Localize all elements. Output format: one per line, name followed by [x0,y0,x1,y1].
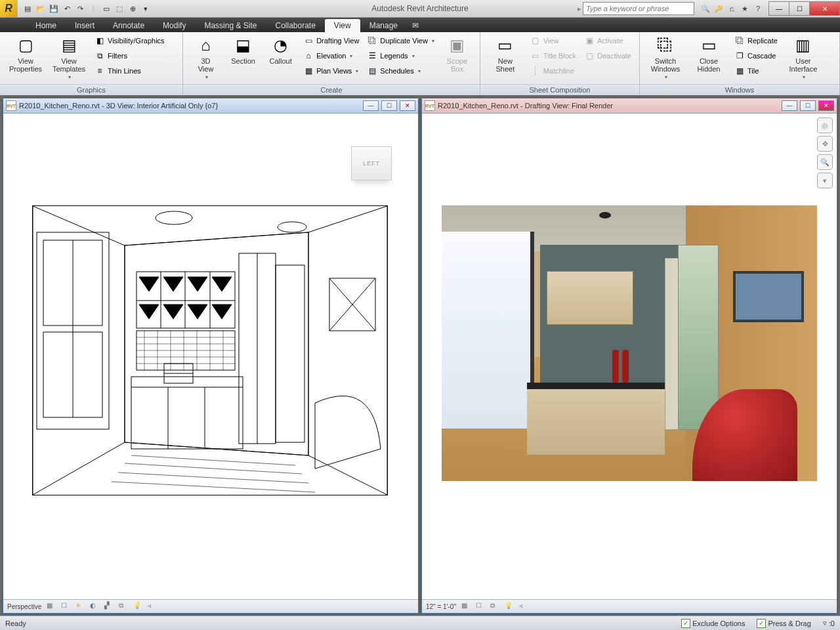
app-title: Autodesk Revit Architecture [371,4,468,13]
filters-icon: ⧉ [94,51,105,61]
maximize-button[interactable]: ☐ [789,1,810,16]
child-title-text-left: R2010_Kitchen_Reno.rvt - 3D View: Interi… [19,102,218,110]
app-logo[interactable]: R [0,0,18,17]
qat-new-icon[interactable]: ▤ [22,3,33,14]
visibility-graphics-button[interactable]: ◧Visibility/Graphics [92,33,167,48]
qat-sync-icon[interactable]: ⊕ [127,3,138,14]
viewport-render[interactable]: ◎ ✥ 🔍 ▾ [422,114,837,599]
steering-wheel-icon[interactable]: ◎ [817,117,833,133]
user-interface-button[interactable]: ▥User Interface [783,33,824,81]
child-min-right[interactable]: — [782,100,797,111]
visibility-icon: ◧ [94,35,105,46]
detail-icon[interactable]: ▦ [461,602,471,611]
minimize-button[interactable]: — [768,1,789,16]
help-icon[interactable]: ? [752,3,764,14]
3d-view-button[interactable]: ⌂3D View [188,33,223,81]
qat-undo-icon[interactable]: ↶ [61,3,73,14]
switch-windows-button[interactable]: ⿻Switch Windows [645,33,686,81]
nav-more-icon[interactable]: ▾ [817,173,833,188]
sun-icon[interactable]: ☀ [75,602,85,611]
thin-lines-button[interactable]: ≡Thin Lines [92,64,167,78]
view-properties-button[interactable]: ▢ View Properties [5,33,46,74]
view-templates-button[interactable]: ▤ View Templates [49,33,89,81]
cascade-button[interactable]: ❐Cascade [732,49,780,63]
replicate-icon: ⿻ [734,35,745,46]
callout-button[interactable]: ◔Callout [263,33,298,66]
pan-icon[interactable]: ✥ [817,136,833,152]
crop-icon[interactable]: ⧉ [490,602,499,611]
model-icon[interactable]: ☐ [61,602,70,611]
qat-save-icon[interactable]: 💾 [48,3,60,14]
plan-views-button[interactable]: ▦Plan Views [301,64,362,78]
child-min-left[interactable]: — [363,100,379,111]
ui-icon: ▥ [793,35,814,56]
section-button[interactable]: ⬓Section [226,33,261,66]
elevation-button[interactable]: ⌂Elevation [301,49,362,63]
status-text: Ready [5,620,26,627]
replicate-button[interactable]: ⿻Replicate [732,33,780,48]
rendered-image [442,205,817,481]
comm-icon[interactable]: ⎌ [726,3,738,14]
qat-redo-icon[interactable]: ↷ [74,3,86,14]
qat-pointer-icon[interactable]: ▭ [100,3,112,14]
scope-icon: ▣ [446,35,467,56]
tab-insert[interactable]: Insert [66,19,104,32]
model-icon[interactable]: ☐ [476,602,485,611]
hide-icon[interactable]: 💡 [505,602,514,611]
infocenter-arrow-icon[interactable]: ▸ [578,5,581,13]
deactivate-icon: ▢ [584,51,595,61]
tab-massing[interactable]: Massing & Site [195,19,266,32]
tab-home[interactable]: Home [26,19,66,32]
tab-manage[interactable]: Manage [360,19,407,32]
plan-icon: ▦ [303,66,314,76]
reveal-icon[interactable]: ◃ [519,602,528,611]
legends-button[interactable]: ☰Legends [364,49,437,63]
tab-view[interactable]: View [325,19,360,32]
child-max-left[interactable]: ☐ [381,100,397,111]
favorite-icon[interactable]: ★ [739,3,751,14]
panel-title-create: Create [183,84,480,95]
view-icon: ▢ [530,35,541,46]
crop-icon[interactable]: ⧉ [119,602,128,611]
child-title-render[interactable]: RVT R2010_Kitchen_Reno.rvt - Drafting Vi… [422,98,837,114]
tab-modify[interactable]: Modify [154,19,195,32]
scope-box-button: ▣Scope Box [440,33,474,74]
search-input[interactable] [583,2,694,15]
tab-addins-icon[interactable]: ✉ [407,19,424,32]
tab-annotate[interactable]: Annotate [104,19,154,32]
drafting-view-button[interactable]: ▭Drafting View [301,33,362,48]
qat-open-icon[interactable]: 📂 [35,3,47,14]
exclude-options-checkbox[interactable]: ✓Exclude Options [681,619,745,628]
qat-3d-icon[interactable]: ⬚ [114,3,125,14]
filters-button[interactable]: ⧉Filters [92,49,167,63]
schedules-button[interactable]: ▤Schedules [364,64,437,78]
close-hidden-button[interactable]: ▭Close Hidden [688,33,729,74]
scale-label-right[interactable]: 12" = 1'-0" [426,603,456,610]
child-close-right[interactable]: ✕ [818,100,834,111]
hide-icon[interactable]: 💡 [133,602,142,611]
scale-label-left[interactable]: Perspective [7,603,41,610]
view-cube[interactable]: LEFT [351,146,392,180]
child-window-render: RVT R2010_Kitchen_Reno.rvt - Drafting Vi… [421,98,837,614]
press-drag-checkbox[interactable]: ✓Press & Drag [757,619,810,628]
tab-collaborate[interactable]: Collaborate [266,19,324,32]
zoom-icon[interactable]: 🔍 [817,154,833,170]
shadow-icon[interactable]: ◐ [90,602,99,611]
new-sheet-button[interactable]: ▭New Sheet [486,33,525,74]
detail-icon[interactable]: ▦ [47,602,56,611]
tile-icon: ▦ [734,66,745,76]
child-title-3dview[interactable]: RVT R2010_Kitchen_Reno.rvt - 3D View: In… [3,98,418,114]
child-max-right[interactable]: ☐ [800,100,816,111]
qat-dropdown-icon[interactable]: ▾ [140,3,152,14]
tile-button[interactable]: ▦Tile [732,64,780,78]
svg-point-4 [156,211,192,224]
key-icon[interactable]: 🔑 [713,3,724,14]
close-button[interactable]: ✕ [809,1,840,16]
child-close-left[interactable]: ✕ [400,100,415,111]
filter-count[interactable]: ▿:0 [823,619,835,627]
duplicate-view-button[interactable]: ⿻Duplicate View [364,33,437,48]
search-icon[interactable]: 🔍 [700,3,711,14]
render-icon[interactable]: ▞ [104,602,114,611]
viewport-3d[interactable]: LEFT [3,114,418,599]
reveal-icon[interactable]: ◃ [148,602,157,611]
